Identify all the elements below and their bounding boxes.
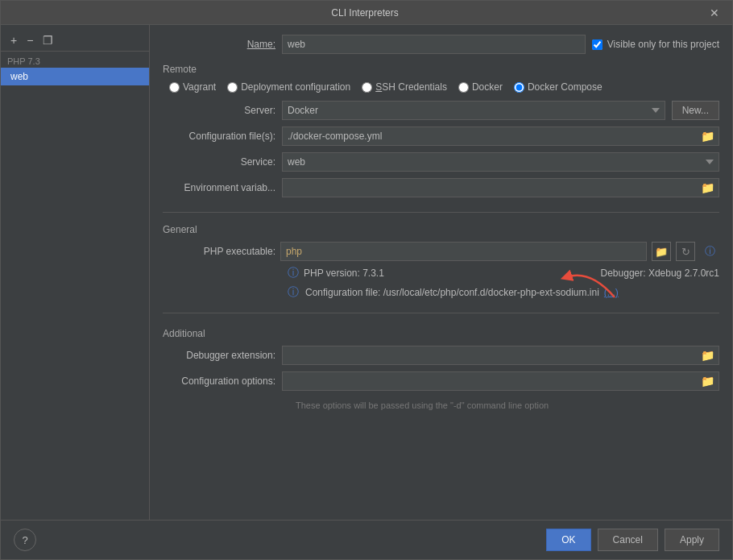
help-button[interactable]: ?	[14, 529, 36, 551]
name-label: Name:	[163, 39, 275, 50]
config-options-input-wrapper: 📁	[282, 371, 719, 391]
ok-button[interactable]: OK	[546, 529, 590, 551]
debugger-ext-row: Debugger extension: 📁	[163, 346, 719, 365]
config-file-container: ⓘ Configuration file: /usr/local/etc/php…	[163, 285, 719, 305]
service-label: Service:	[163, 156, 275, 168]
php-version-info: ⓘ PHP version: 7.3.1	[288, 266, 384, 280]
radio-docker-compose[interactable]: Docker Compose	[514, 81, 603, 93]
red-arrow-indicator	[558, 261, 623, 304]
config-files-browse-button[interactable]: 📁	[698, 130, 718, 143]
php-exe-refresh-button[interactable]: ↻	[676, 242, 695, 261]
env-vars-row: Environment variab... 📁	[163, 178, 719, 197]
sidebar: + − ❐ PHP 7.3 web	[1, 25, 150, 520]
remote-radio-group: Vagrant Deployment configuration SSH Cre…	[163, 81, 719, 93]
php-version-text: PHP version: 7.3.1	[304, 268, 384, 279]
options-hint: These options will be passed using the "…	[163, 400, 719, 410]
config-files-row: Configuration file(s): 📁	[163, 127, 719, 146]
main-content: + − ❐ PHP 7.3 web Name: Visible only for…	[1, 25, 732, 520]
apply-button[interactable]: Apply	[665, 529, 719, 551]
env-vars-label: Environment variab...	[163, 182, 275, 193]
debugger-ext-input-wrapper: 📁	[282, 346, 719, 365]
cli-interpreters-dialog: CLI Interpreters ✕ + − ❐ PHP 7.3 web Nam…	[0, 0, 733, 560]
server-row: Server: Docker New...	[163, 101, 719, 120]
general-section-header: General	[163, 224, 719, 235]
config-options-input[interactable]	[282, 371, 719, 391]
radio-ssh[interactable]: SSH Credentials	[362, 81, 447, 93]
config-files-input[interactable]	[282, 127, 719, 146]
radio-deployment[interactable]: Deployment configuration	[227, 81, 350, 93]
php-exe-label: PHP executable:	[163, 246, 275, 257]
php-exe-input[interactable]	[280, 242, 647, 261]
section-divider-1	[163, 212, 719, 213]
env-vars-input[interactable]	[282, 178, 719, 197]
env-vars-input-wrapper: 📁	[282, 178, 719, 197]
right-panel: Name: Visible only for this project Remo…	[150, 25, 732, 520]
server-select[interactable]: Docker	[282, 101, 665, 120]
remote-section-header: Remote	[163, 64, 719, 75]
cancel-button[interactable]: Cancel	[598, 529, 658, 551]
name-input[interactable]	[282, 35, 586, 54]
php-version-debugger-row: ⓘ PHP version: 7.3.1 Debugger: Xdebug 2.…	[163, 266, 719, 280]
bottom-right-buttons: OK Cancel Apply	[546, 529, 719, 551]
sidebar-toolbar: + − ❐	[1, 30, 149, 52]
dialog-title: CLI Interpreters	[25, 7, 705, 19]
close-button[interactable]: ✕	[705, 6, 724, 20]
sidebar-section-label: PHP 7.3	[1, 55, 149, 68]
visible-checkbox-row: Visible only for this project	[592, 39, 719, 50]
config-files-input-wrapper: 📁	[282, 127, 719, 146]
config-options-label: Configuration options:	[163, 375, 275, 387]
service-row: Service: web	[163, 152, 719, 172]
visible-only-label: Visible only for this project	[607, 39, 719, 50]
radio-vagrant[interactable]: Vagrant	[169, 81, 216, 93]
config-options-row: Configuration options: 📁	[163, 371, 719, 391]
php-exe-browse-button[interactable]: 📁	[652, 242, 671, 261]
debugger-value: Xdebug 2.7.0rc1	[648, 268, 719, 279]
title-bar: CLI Interpreters ✕	[1, 1, 732, 25]
debugger-ext-browse-button[interactable]: 📁	[698, 349, 718, 362]
section-divider-2	[163, 313, 719, 313]
config-options-browse-button[interactable]: 📁	[698, 375, 718, 388]
server-label: Server:	[163, 105, 275, 116]
new-server-button[interactable]: New...	[672, 101, 719, 120]
sidebar-item-web[interactable]: web	[1, 68, 149, 85]
bottom-bar: ? OK Cancel Apply	[1, 520, 732, 559]
info-icon-version: ⓘ	[288, 266, 299, 280]
additional-section-header: Additional	[163, 328, 719, 339]
php-exe-row: PHP executable: 📁 ↻ ⓘ	[163, 242, 719, 261]
config-file-row: ⓘ Configuration file: /usr/local/etc/php…	[163, 285, 719, 300]
debugger-ext-input[interactable]	[282, 346, 719, 365]
env-vars-browse-button[interactable]: 📁	[698, 181, 718, 194]
info-icon-config: ⓘ	[288, 285, 299, 300]
add-interpreter-button[interactable]: +	[7, 33, 20, 48]
php-exe-info-button[interactable]: ⓘ	[700, 242, 719, 261]
copy-interpreter-button[interactable]: ❐	[39, 33, 56, 48]
config-files-label: Configuration file(s):	[163, 131, 275, 142]
radio-docker[interactable]: Docker	[458, 81, 503, 93]
remove-interpreter-button[interactable]: −	[23, 33, 36, 48]
visible-only-checkbox[interactable]	[592, 39, 603, 50]
service-select[interactable]: web	[282, 152, 719, 172]
debugger-ext-label: Debugger extension:	[163, 350, 275, 361]
config-file-label: Configuration file: /usr/local/etc/php/c…	[305, 287, 599, 298]
name-row: Name: Visible only for this project	[163, 35, 719, 54]
